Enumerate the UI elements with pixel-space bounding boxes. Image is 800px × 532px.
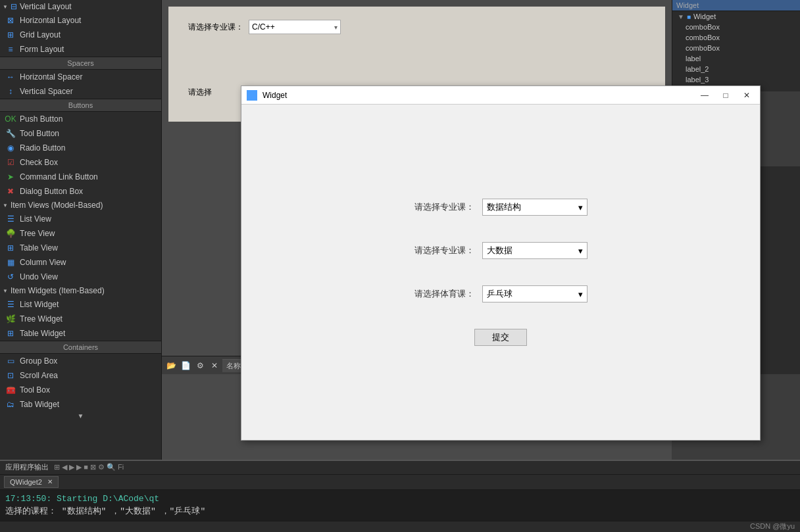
sidebar-item-label: Horizontal Layout bbox=[20, 16, 81, 25]
output-line-2: 选择的课程： "数据结构" ，"大数据" ，"乒乓球" bbox=[5, 505, 795, 517]
toolbar-settings-icon[interactable]: ⚙ bbox=[193, 359, 207, 372]
sidebar-item-horizontal-layout[interactable]: ⊠ Horizontal Layout bbox=[0, 13, 161, 28]
sidebar-item-tree-widget[interactable]: 🌿 Tree Widget bbox=[0, 312, 161, 326]
collapse-triangle: ▼ bbox=[3, 4, 8, 10]
status-text: CSDN @微yu bbox=[750, 521, 795, 531]
h-spacer-icon: ↔ bbox=[5, 72, 16, 82]
sidebar-item-radio-button[interactable]: ◉ Radio Button bbox=[0, 141, 161, 155]
sidebar-item-check-box[interactable]: ☑ Check Box bbox=[0, 155, 161, 170]
table-view-icon: ⊞ bbox=[5, 243, 16, 253]
sidebar-item-column-view[interactable]: ▦ Column View bbox=[0, 255, 161, 270]
sidebar-item-dialog-button-box[interactable]: ✖ Dialog Button Box bbox=[0, 184, 161, 199]
check-box-icon: ☑ bbox=[5, 157, 16, 168]
sidebar-item-vertical-spacer[interactable]: ↕ Vertical Spacer bbox=[0, 84, 161, 99]
right-tree-label-1[interactable]: label bbox=[672, 53, 800, 64]
sidebar-scroll-down[interactable]: ▼ bbox=[0, 412, 161, 420]
tab-close-icon[interactable]: ✕ bbox=[47, 478, 53, 485]
canvas-combo-1[interactable]: C/C++ ▾ bbox=[249, 20, 341, 34]
sidebar-item-label: Horizontal Spacer bbox=[20, 72, 82, 82]
sidebar-item-tab-widget[interactable]: 🗂 Tab Widget bbox=[0, 397, 161, 412]
sidebar-item-tool-box[interactable]: 🧰 Tool Box bbox=[0, 383, 161, 397]
vertical-layout-label: Vertical Layout bbox=[20, 2, 72, 11]
right-tree-combobox-3[interactable]: comboBox bbox=[672, 43, 800, 53]
widget-dialog-icon: ■ bbox=[247, 90, 257, 101]
tree-view-icon: 🌳 bbox=[5, 228, 16, 239]
tree-widget-icon: 🌿 bbox=[5, 314, 16, 324]
canvas-label-2: 请选择 bbox=[188, 87, 241, 98]
list-widget-icon: ☰ bbox=[5, 299, 16, 310]
minimize-button[interactable]: — bbox=[697, 89, 712, 102]
sidebar-item-grid-layout[interactable]: ⊞ Grid Layout bbox=[0, 28, 161, 42]
design-canvas-area: 请选择专业课： C/C++ ▾ 请选择 ■ Wi bbox=[162, 0, 800, 460]
list-view-icon: ☰ bbox=[5, 214, 16, 224]
sidebar-item-label: Group Box bbox=[20, 356, 57, 366]
right-tree-label-3[interactable]: label_3 bbox=[672, 74, 800, 85]
sidebar-item-undo-view[interactable]: ↺ Undo View bbox=[0, 270, 161, 284]
output-line-1: 17:13:50: Starting D:\ACode\qt bbox=[5, 494, 795, 504]
sidebar-item-tool-button[interactable]: 🔧 Tool Button bbox=[0, 126, 161, 141]
dialog-combo-3[interactable]: 乒乓球 ▾ bbox=[482, 285, 588, 302]
sidebar-item-push-button[interactable]: OK Push Button bbox=[0, 112, 161, 126]
maximize-button[interactable]: □ bbox=[718, 89, 734, 102]
sidebar-item-label: Table View bbox=[20, 243, 58, 253]
tab-widget-icon: 🗂 bbox=[5, 399, 16, 410]
sidebar-item-list-widget[interactable]: ☰ List Widget bbox=[0, 297, 161, 312]
vertical-layout-icon: ⊟ bbox=[11, 2, 17, 11]
right-tree-widget-item[interactable]: ▼ ■ Widget bbox=[672, 11, 800, 22]
sidebar-item-label: Vertical Spacer bbox=[20, 87, 73, 96]
toolbar-new-icon[interactable]: 📄 bbox=[179, 359, 192, 372]
output-title: 应用程序输出 bbox=[5, 462, 49, 472]
output-tab-qwidget2[interactable]: QWidget2 ✕ bbox=[4, 476, 59, 488]
category-buttons: Buttons bbox=[0, 99, 161, 112]
toolbar-close-icon[interactable]: ✕ bbox=[208, 359, 221, 372]
canvas-form-row-1: 请选择专业课： C/C++ ▾ bbox=[188, 20, 645, 34]
dialog-combo-1[interactable]: 数据结构 ▾ bbox=[482, 199, 588, 216]
sidebar-item-table-view[interactable]: ⊞ Table View bbox=[0, 241, 161, 255]
sidebar-item-label: Column View bbox=[20, 258, 66, 267]
sidebar-item-label: Push Button bbox=[20, 114, 63, 124]
dialog-button-icon: ✖ bbox=[5, 186, 16, 197]
dialog-form-row-2: 请选择专业课： 大数据 ▾ bbox=[281, 242, 720, 259]
sidebar-item-label: Form Layout bbox=[20, 45, 64, 54]
sidebar-item-form-layout[interactable]: ≡ Form Layout bbox=[0, 42, 161, 57]
command-link-icon: ➤ bbox=[5, 172, 16, 182]
category-spacers: Spacers bbox=[0, 57, 161, 70]
sidebar-item-scroll-area[interactable]: ⊡ Scroll Area bbox=[0, 368, 161, 383]
column-view-icon: ▦ bbox=[5, 257, 16, 268]
combo-arrow-down-2: ▾ bbox=[578, 246, 583, 256]
sidebar-item-label: Grid Layout bbox=[20, 30, 61, 39]
sidebar-item-tree-view[interactable]: 🌳 Tree View bbox=[0, 226, 161, 241]
sidebar-item-command-link-button[interactable]: ➤ Command Link Button bbox=[0, 170, 161, 184]
right-tree-combobox-1[interactable]: comboBox bbox=[672, 22, 800, 32]
sidebar-item-label: Command Link Button bbox=[20, 172, 98, 181]
output-panel: 应用程序输出 ⊞ ◀ ▶ ▶ ■ ⊠ ⚙ 🔍 Fi QWidget2 ✕ 17:… bbox=[0, 460, 800, 532]
combo-arrow-1: ▾ bbox=[334, 24, 338, 31]
dialog-label-3: 请选择体育课： bbox=[414, 288, 474, 300]
output-header: 应用程序输出 ⊞ ◀ ▶ ▶ ■ ⊠ ⚙ 🔍 Fi bbox=[0, 461, 800, 475]
submit-button[interactable]: 提交 bbox=[474, 329, 527, 346]
sidebar-item-label: Tool Button bbox=[20, 129, 59, 138]
sidebar-group-item-views[interactable]: ▼ Item Views (Model-Based) bbox=[0, 199, 161, 212]
radio-button-icon: ◉ bbox=[5, 143, 16, 153]
sidebar-item-list-view[interactable]: ☰ List View bbox=[0, 212, 161, 226]
right-tree-combobox-2[interactable]: comboBox bbox=[672, 32, 800, 43]
sidebar-item-table-widget[interactable]: ⊞ Table Widget bbox=[0, 326, 161, 341]
right-tree-label-2[interactable]: label_2 bbox=[672, 64, 800, 74]
dialog-combo-2[interactable]: 大数据 ▾ bbox=[482, 242, 588, 259]
dialog-titlebar: ■ Widget — □ ✕ bbox=[241, 86, 760, 105]
right-panel-header: Widget bbox=[672, 0, 800, 11]
grid-layout-icon: ⊞ bbox=[5, 30, 16, 40]
combo-arrow-down-3: ▾ bbox=[578, 289, 583, 299]
output-controls[interactable]: ⊞ ◀ ▶ ▶ ■ ⊠ ⚙ 🔍 Fi bbox=[54, 463, 124, 472]
sidebar-item-label: Dialog Button Box bbox=[20, 187, 83, 196]
sidebar-item-horizontal-spacer[interactable]: ↔ Horizontal Spacer bbox=[0, 70, 161, 84]
sidebar-item-label: Scroll Area bbox=[20, 371, 58, 380]
dialog-title: Widget bbox=[262, 91, 691, 100]
dialog-body: 请选择专业课： 数据结构 ▾ 请选择专业课： 大数据 ▾ 请选择 bbox=[241, 105, 760, 440]
sidebar-group-layouts[interactable]: ▼ ⊟ Vertical Layout bbox=[0, 0, 161, 13]
sidebar-item-label: Tree View bbox=[20, 229, 55, 238]
sidebar-item-group-box[interactable]: ▭ Group Box bbox=[0, 354, 161, 368]
sidebar-group-item-widgets[interactable]: ▼ Item Widgets (Item-Based) bbox=[0, 284, 161, 297]
toolbar-open-icon[interactable]: 📂 bbox=[164, 359, 178, 372]
close-button[interactable]: ✕ bbox=[739, 89, 755, 102]
